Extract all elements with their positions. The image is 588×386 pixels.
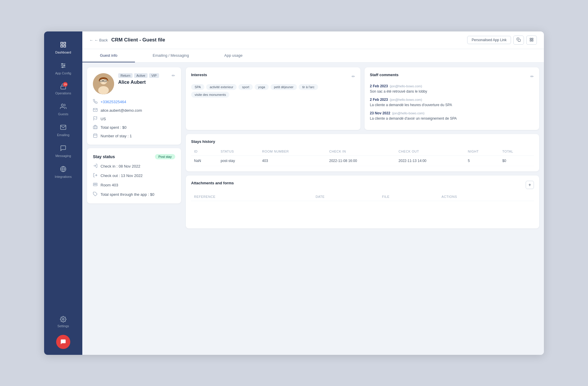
comment-text-0: Son sac a été retrouvé dans le lobby (370, 89, 534, 93)
post-stay-badge: Post stay (155, 154, 175, 159)
stay-details: Check in : 08 Nov 2022 Check out : 13 No… (93, 163, 175, 198)
tab-guest-info[interactable]: Guest info (82, 49, 135, 62)
interest-tag-0: SPA (191, 84, 204, 90)
comment-author-1: (jon@hello-bowo.com) (390, 98, 422, 101)
interest-tag-3: yoga (255, 84, 269, 90)
personalised-link-button[interactable]: Personalised App Link (467, 36, 511, 44)
att-col-actions: ACTIONS (439, 193, 534, 201)
tag-icon (93, 192, 98, 198)
sidebar-label-operations: Operations (55, 91, 71, 95)
interest-tag-1: activité exterieur (206, 84, 237, 90)
staff-comments-edit-icon[interactable]: ✏ (530, 74, 534, 79)
topbar-left: ← ← Back CRM Client - Guest file (89, 37, 165, 43)
tab-app-usage[interactable]: App usage (207, 49, 260, 62)
comment-author-2: (jon@hello-bowo.com) (392, 111, 424, 115)
email-value: alice.aubert@demo.com (101, 108, 142, 113)
edit-profile-icon[interactable]: ✏ (172, 73, 175, 78)
col-id: ID (191, 147, 218, 156)
svg-rect-17 (532, 38, 533, 39)
phone-link[interactable]: +33625325464 (101, 100, 126, 104)
copy-icon-button[interactable] (513, 36, 524, 45)
operations-icon-wrapper: 29 (60, 83, 66, 90)
tabs-bar: Guest info Emailing / Messaging App usag… (82, 49, 544, 63)
interests-card: Interests ✏ SPA activité exterieur sport… (186, 67, 360, 130)
grid-view-icon-button[interactable] (526, 36, 537, 45)
sidebar-label-settings: Settings (57, 324, 69, 328)
interest-tag-5: tir à l'arc (299, 84, 318, 90)
users-icon (60, 103, 66, 111)
attachments-header: Attachments and forms + (191, 181, 534, 189)
row-status: post-stay (218, 156, 259, 166)
col-checkout: CHECK OUT (396, 147, 465, 156)
back-button[interactable]: ← ← Back (89, 38, 108, 42)
row-id: NaN (191, 156, 218, 166)
sidebar-item-app-config[interactable]: App Config (44, 58, 82, 79)
flag-icon (93, 116, 98, 122)
row-checkout: 2022-11-13 14:00 (396, 156, 465, 166)
stays-history-card: Stays history ID STATUS ROOM NUMBER CHEC… (186, 134, 539, 171)
phone-row: +33625325464 (93, 99, 175, 105)
bed-icon (93, 182, 98, 188)
sidebar-item-messaging[interactable]: Messaging (44, 141, 82, 162)
total-spent-row: Total spent : $0 (93, 125, 175, 130)
comment-date-1: 2 Feb 2023 (370, 98, 388, 102)
row-room: 403 (259, 156, 326, 166)
att-col-date: DATE (313, 193, 379, 201)
sidebar-label-dashboard: Dashboard (55, 51, 71, 54)
svg-point-9 (62, 66, 63, 68)
staff-comment-1: 2 Feb 2023 (jon@hello-bowo.com) La clien… (370, 98, 534, 107)
left-panel: Return Active VIP Alice Aubert ✏ (87, 67, 181, 350)
content-area: Return Active VIP Alice Aubert ✏ (82, 63, 544, 355)
sidebar-item-settings[interactable]: Settings (57, 312, 69, 332)
sidebar-item-integrations[interactable]: Integrations (44, 162, 82, 183)
email-row: alice.aubert@demo.com (93, 108, 175, 113)
svg-point-11 (61, 104, 64, 106)
tab-emailing[interactable]: Emailing / Messaging (135, 49, 207, 62)
link-icon (60, 166, 66, 174)
chat-button[interactable] (56, 335, 70, 349)
sidebar-item-guests[interactable]: Guests (44, 99, 82, 120)
interest-tag-4: petit déjeuner (270, 84, 297, 90)
interests-header: Interests ✏ (191, 73, 355, 81)
att-col-file: FILE (379, 193, 438, 201)
comment-text-1: La cliente a demandé les heures d'ouvert… (370, 103, 534, 107)
grid-icon (60, 41, 66, 49)
country-row: US (93, 116, 175, 122)
message-icon (60, 145, 66, 153)
sidebar-item-emailing[interactable]: Emailing (44, 120, 82, 141)
sidebar-item-dashboard[interactable]: Dashboard (44, 37, 82, 58)
add-attachment-button[interactable]: + (526, 181, 534, 189)
att-col-reference: REFERENCE (191, 193, 313, 201)
topbar-right: Personalised App Link (467, 36, 537, 45)
avatar (93, 73, 114, 94)
stay-status-title: Stay status (93, 154, 115, 159)
interest-tag-2: sport (238, 84, 253, 90)
sidebar-label-app-config: App Config (55, 71, 71, 75)
svg-rect-2 (61, 45, 63, 47)
check-out-icon (93, 173, 98, 179)
sidebar-label-emailing: Emailing (57, 133, 69, 137)
svg-point-22 (98, 86, 109, 94)
top-right-row: Interests ✏ SPA activité exterieur sport… (186, 67, 539, 130)
staff-comments-list: 2 Feb 2023 (jon@hello-bowo.com) Son sac … (370, 84, 534, 121)
profile-info: Return Active VIP Alice Aubert (118, 73, 175, 85)
svg-rect-15 (518, 39, 520, 41)
table-row: NaN post-stay 403 2022-11-08 16:00 2022-… (191, 156, 534, 166)
room-value: Room 403 (101, 183, 118, 187)
profile-details: +33625325464 alice.aubert@demo.com (93, 99, 175, 139)
check-in-row: Check in : 08 Nov 2022 (93, 163, 175, 169)
comment-text-2: La cliente a demandé d'avoir un renseign… (370, 116, 534, 121)
interests-edit-icon[interactable]: ✏ (352, 74, 355, 79)
total-spent-app-value: Total spent through the app : $0 (101, 192, 154, 197)
check-in-value: Check in : 08 Nov 2022 (101, 164, 140, 168)
svg-point-14 (62, 318, 64, 320)
svg-rect-16 (530, 38, 531, 39)
tag-return: Return (118, 73, 133, 78)
calendar-icon (93, 133, 98, 139)
stay-status-header: Stay status Post stay (93, 154, 175, 159)
topbar: ← ← Back CRM Client - Guest file Persona… (82, 31, 544, 49)
interest-tags: SPA activité exterieur sport yoga petit … (191, 84, 355, 98)
sidebar-label-integrations: Integrations (55, 175, 71, 178)
sidebar-item-operations[interactable]: 29 Operations (44, 79, 82, 99)
row-total: $0 (499, 156, 534, 166)
